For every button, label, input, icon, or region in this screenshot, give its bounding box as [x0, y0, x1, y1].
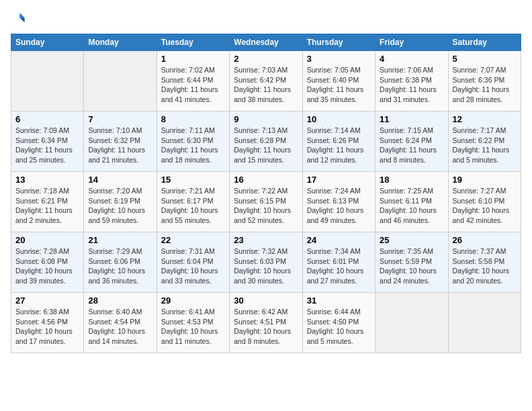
day-number: 22	[161, 235, 225, 245]
day-number: 5	[453, 54, 517, 64]
logo	[11, 11, 27, 28]
page-header	[11, 11, 521, 28]
day-number: 26	[453, 235, 517, 245]
day-info: Sunrise: 7:10 AM Sunset: 6:32 PM Dayligh…	[88, 126, 152, 165]
svg-marker-0	[19, 13, 24, 17]
calendar-cell: 10Sunrise: 7:14 AM Sunset: 6:26 PM Dayli…	[302, 111, 375, 172]
calendar-week-2: 6Sunrise: 7:09 AM Sunset: 6:34 PM Daylig…	[11, 111, 521, 172]
day-info: Sunrise: 7:27 AM Sunset: 6:10 PM Dayligh…	[453, 186, 517, 226]
day-number: 20	[15, 235, 79, 245]
calendar-week-1: 1Sunrise: 7:02 AM Sunset: 6:44 PM Daylig…	[11, 51, 521, 111]
logo-icon	[11, 11, 26, 26]
calendar-cell: 8Sunrise: 7:11 AM Sunset: 6:30 PM Daylig…	[157, 111, 229, 172]
day-info: Sunrise: 7:13 AM Sunset: 6:28 PM Dayligh…	[234, 126, 298, 165]
day-number: 1	[161, 54, 225, 64]
day-number: 19	[453, 175, 517, 185]
day-number: 12	[453, 114, 517, 124]
day-number: 9	[234, 114, 298, 124]
day-header-saturday: Saturday	[448, 34, 521, 51]
day-number: 31	[307, 295, 371, 306]
day-number: 4	[380, 54, 443, 64]
day-header-monday: Monday	[84, 34, 157, 51]
day-info: Sunrise: 7:25 AM Sunset: 6:11 PM Dayligh…	[380, 186, 443, 226]
days-header-row: SundayMondayTuesdayWednesdayThursdayFrid…	[11, 34, 521, 51]
calendar-cell: 29Sunrise: 6:41 AM Sunset: 4:53 PM Dayli…	[157, 293, 229, 353]
day-number: 29	[161, 295, 225, 306]
day-info: Sunrise: 7:28 AM Sunset: 6:08 PM Dayligh…	[15, 246, 79, 286]
calendar-cell: 21Sunrise: 7:29 AM Sunset: 6:06 PM Dayli…	[84, 232, 157, 293]
day-info: Sunrise: 6:38 AM Sunset: 4:56 PM Dayligh…	[15, 307, 79, 347]
day-number: 17	[307, 175, 371, 185]
day-info: Sunrise: 7:31 AM Sunset: 6:04 PM Dayligh…	[161, 246, 225, 286]
day-info: Sunrise: 7:09 AM Sunset: 6:34 PM Dayligh…	[15, 126, 79, 165]
day-info: Sunrise: 7:20 AM Sunset: 6:19 PM Dayligh…	[88, 186, 152, 226]
calendar-cell: 7Sunrise: 7:10 AM Sunset: 6:32 PM Daylig…	[84, 111, 157, 172]
calendar-cell: 14Sunrise: 7:20 AM Sunset: 6:19 PM Dayli…	[84, 172, 157, 232]
day-info: Sunrise: 7:11 AM Sunset: 6:30 PM Dayligh…	[161, 126, 225, 165]
calendar-table: SundayMondayTuesdayWednesdayThursdayFrid…	[11, 34, 521, 353]
day-number: 18	[380, 175, 443, 185]
calendar-cell: 27Sunrise: 6:38 AM Sunset: 4:56 PM Dayli…	[11, 293, 84, 353]
day-number: 24	[307, 235, 371, 245]
day-number: 23	[234, 235, 298, 245]
day-info: Sunrise: 7:24 AM Sunset: 6:13 PM Dayligh…	[307, 186, 371, 226]
day-number: 2	[234, 54, 298, 64]
calendar-cell: 19Sunrise: 7:27 AM Sunset: 6:10 PM Dayli…	[448, 172, 521, 232]
calendar-cell: 5Sunrise: 7:07 AM Sunset: 6:36 PM Daylig…	[448, 51, 521, 111]
day-info: Sunrise: 6:42 AM Sunset: 4:51 PM Dayligh…	[234, 307, 298, 347]
calendar-cell: 18Sunrise: 7:25 AM Sunset: 6:11 PM Dayli…	[375, 172, 448, 232]
calendar-cell	[84, 51, 157, 111]
calendar-week-5: 27Sunrise: 6:38 AM Sunset: 4:56 PM Dayli…	[11, 293, 521, 353]
calendar-cell: 11Sunrise: 7:15 AM Sunset: 6:24 PM Dayli…	[375, 111, 448, 172]
day-info: Sunrise: 7:29 AM Sunset: 6:06 PM Dayligh…	[88, 246, 152, 286]
day-number: 25	[380, 235, 443, 245]
calendar-cell: 12Sunrise: 7:17 AM Sunset: 6:22 PM Dayli…	[448, 111, 521, 172]
calendar-cell: 26Sunrise: 7:37 AM Sunset: 5:58 PM Dayli…	[448, 232, 521, 293]
day-number: 28	[88, 295, 152, 306]
calendar-cell	[448, 293, 521, 353]
calendar-cell: 13Sunrise: 7:18 AM Sunset: 6:21 PM Dayli…	[11, 172, 84, 232]
calendar-cell: 4Sunrise: 7:06 AM Sunset: 6:38 PM Daylig…	[375, 51, 448, 111]
calendar-week-3: 13Sunrise: 7:18 AM Sunset: 6:21 PM Dayli…	[11, 172, 521, 232]
day-info: Sunrise: 7:21 AM Sunset: 6:17 PM Dayligh…	[161, 186, 225, 226]
svg-marker-1	[19, 17, 24, 22]
day-info: Sunrise: 7:17 AM Sunset: 6:22 PM Dayligh…	[453, 126, 517, 165]
day-info: Sunrise: 7:02 AM Sunset: 6:44 PM Dayligh…	[161, 65, 225, 105]
calendar-cell: 6Sunrise: 7:09 AM Sunset: 6:34 PM Daylig…	[11, 111, 84, 172]
day-info: Sunrise: 7:06 AM Sunset: 6:38 PM Dayligh…	[380, 65, 443, 105]
day-header-sunday: Sunday	[11, 34, 84, 51]
calendar-cell: 31Sunrise: 6:44 AM Sunset: 4:50 PM Dayli…	[302, 293, 375, 353]
day-header-thursday: Thursday	[302, 34, 375, 51]
day-header-friday: Friday	[375, 34, 448, 51]
day-info: Sunrise: 7:37 AM Sunset: 5:58 PM Dayligh…	[453, 246, 517, 286]
day-header-tuesday: Tuesday	[157, 34, 229, 51]
calendar-cell: 16Sunrise: 7:22 AM Sunset: 6:15 PM Dayli…	[230, 172, 302, 232]
day-info: Sunrise: 6:40 AM Sunset: 4:54 PM Dayligh…	[88, 307, 152, 347]
day-number: 6	[15, 114, 79, 124]
day-number: 14	[88, 175, 152, 185]
calendar-cell: 9Sunrise: 7:13 AM Sunset: 6:28 PM Daylig…	[230, 111, 302, 172]
day-number: 30	[234, 295, 298, 306]
calendar-cell: 1Sunrise: 7:02 AM Sunset: 6:44 PM Daylig…	[157, 51, 229, 111]
calendar-cell: 23Sunrise: 7:32 AM Sunset: 6:03 PM Dayli…	[230, 232, 302, 293]
day-number: 16	[234, 175, 298, 185]
day-info: Sunrise: 6:41 AM Sunset: 4:53 PM Dayligh…	[161, 307, 225, 347]
calendar-cell: 3Sunrise: 7:05 AM Sunset: 6:40 PM Daylig…	[302, 51, 375, 111]
day-info: Sunrise: 7:07 AM Sunset: 6:36 PM Dayligh…	[453, 65, 517, 105]
day-info: Sunrise: 7:22 AM Sunset: 6:15 PM Dayligh…	[234, 186, 298, 226]
day-info: Sunrise: 7:35 AM Sunset: 5:59 PM Dayligh…	[380, 246, 443, 286]
calendar-cell	[11, 51, 84, 111]
calendar-week-4: 20Sunrise: 7:28 AM Sunset: 6:08 PM Dayli…	[11, 232, 521, 293]
calendar-cell: 28Sunrise: 6:40 AM Sunset: 4:54 PM Dayli…	[84, 293, 157, 353]
day-number: 7	[88, 114, 152, 124]
day-header-wednesday: Wednesday	[230, 34, 302, 51]
day-info: Sunrise: 7:32 AM Sunset: 6:03 PM Dayligh…	[234, 246, 298, 286]
day-info: Sunrise: 7:03 AM Sunset: 6:42 PM Dayligh…	[234, 65, 298, 105]
day-number: 27	[15, 295, 79, 306]
calendar-cell: 25Sunrise: 7:35 AM Sunset: 5:59 PM Dayli…	[375, 232, 448, 293]
day-number: 11	[380, 114, 443, 124]
day-number: 21	[88, 235, 152, 245]
day-info: Sunrise: 6:44 AM Sunset: 4:50 PM Dayligh…	[307, 307, 371, 347]
calendar-cell: 15Sunrise: 7:21 AM Sunset: 6:17 PM Dayli…	[157, 172, 229, 232]
day-info: Sunrise: 7:15 AM Sunset: 6:24 PM Dayligh…	[380, 126, 443, 165]
